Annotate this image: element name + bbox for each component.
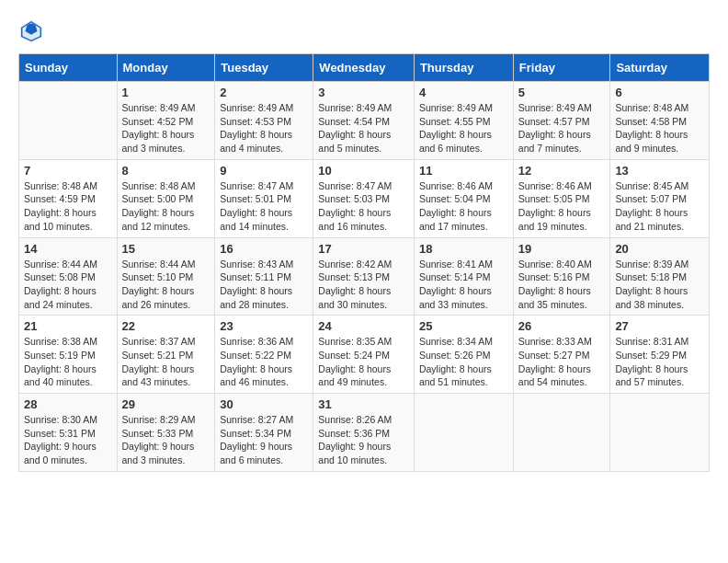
day-number: 18 [419,242,508,256]
day-number: 12 [518,164,606,178]
calendar-cell: 18Sunrise: 8:41 AM Sunset: 5:14 PM Dayli… [414,237,513,316]
day-info: Sunrise: 8:49 AM Sunset: 4:54 PM Dayligh… [318,101,409,155]
calendar-week-row: 14Sunrise: 8:44 AM Sunset: 5:08 PM Dayli… [19,237,710,316]
day-number: 11 [419,164,508,178]
day-info: Sunrise: 8:45 AM Sunset: 5:07 PM Dayligh… [615,179,704,234]
day-number: 26 [518,319,606,333]
calendar-cell: 14Sunrise: 8:44 AM Sunset: 5:08 PM Dayli… [19,237,118,316]
calendar-cell: 26Sunrise: 8:33 AM Sunset: 5:27 PM Dayli… [513,316,610,394]
calendar-cell: 20Sunrise: 8:39 AM Sunset: 5:18 PM Dayli… [610,237,710,316]
calendar-cell [513,394,610,472]
day-info: Sunrise: 8:38 AM Sunset: 5:19 PM Dayligh… [24,335,112,389]
calendar-week-row: 1Sunrise: 8:49 AM Sunset: 4:52 PM Daylig… [19,82,710,160]
day-number: 13 [615,164,704,178]
calendar-week-row: 21Sunrise: 8:38 AM Sunset: 5:19 PM Dayli… [19,316,710,394]
page-header [18,18,710,44]
day-number: 5 [518,86,606,99]
column-header-tuesday: Tuesday [215,54,313,82]
day-info: Sunrise: 8:33 AM Sunset: 5:27 PM Dayligh… [518,335,606,389]
day-info: Sunrise: 8:41 AM Sunset: 5:14 PM Dayligh… [419,258,508,312]
calendar-cell: 1Sunrise: 8:49 AM Sunset: 4:52 PM Daylig… [117,82,215,160]
day-info: Sunrise: 8:43 AM Sunset: 5:11 PM Dayligh… [220,258,308,312]
day-number: 8 [122,164,210,178]
day-info: Sunrise: 8:49 AM Sunset: 4:52 PM Dayligh… [122,101,210,155]
calendar-cell: 4Sunrise: 8:49 AM Sunset: 4:55 PM Daylig… [414,82,513,160]
calendar-cell: 17Sunrise: 8:42 AM Sunset: 5:13 PM Dayli… [313,237,415,316]
column-header-sunday: Sunday [19,54,118,82]
calendar-cell: 16Sunrise: 8:43 AM Sunset: 5:11 PM Dayli… [215,237,313,316]
day-info: Sunrise: 8:36 AM Sunset: 5:22 PM Dayligh… [220,335,308,389]
calendar-cell: 5Sunrise: 8:49 AM Sunset: 4:57 PM Daylig… [513,82,610,160]
day-number: 29 [122,397,210,411]
day-number: 3 [318,86,409,99]
column-header-saturday: Saturday [610,54,710,82]
logo [18,18,48,44]
day-number: 16 [220,242,308,256]
day-number: 9 [220,164,308,178]
calendar-table: SundayMondayTuesdayWednesdayThursdayFrid… [18,53,710,472]
column-header-friday: Friday [513,54,610,82]
day-info: Sunrise: 8:44 AM Sunset: 5:10 PM Dayligh… [122,258,210,312]
day-info: Sunrise: 8:48 AM Sunset: 4:58 PM Dayligh… [615,101,704,155]
calendar-cell: 25Sunrise: 8:34 AM Sunset: 5:26 PM Dayli… [414,316,513,394]
day-number: 10 [318,164,409,178]
day-info: Sunrise: 8:44 AM Sunset: 5:08 PM Dayligh… [24,258,112,312]
day-info: Sunrise: 8:29 AM Sunset: 5:33 PM Dayligh… [122,413,210,467]
day-number: 28 [24,397,112,411]
calendar-week-row: 7Sunrise: 8:48 AM Sunset: 4:59 PM Daylig… [19,159,710,237]
day-number: 6 [615,86,704,99]
calendar-cell [414,394,513,472]
calendar-cell: 23Sunrise: 8:36 AM Sunset: 5:22 PM Dayli… [215,316,313,394]
day-info: Sunrise: 8:27 AM Sunset: 5:34 PM Dayligh… [220,413,308,467]
calendar-header-row: SundayMondayTuesdayWednesdayThursdayFrid… [19,54,710,82]
calendar-cell: 19Sunrise: 8:40 AM Sunset: 5:16 PM Dayli… [513,237,610,316]
calendar-cell: 11Sunrise: 8:46 AM Sunset: 5:04 PM Dayli… [414,159,513,237]
day-number: 14 [24,242,112,256]
day-number: 22 [122,319,210,333]
calendar-week-row: 28Sunrise: 8:30 AM Sunset: 5:31 PM Dayli… [19,394,710,472]
day-info: Sunrise: 8:35 AM Sunset: 5:24 PM Dayligh… [318,335,409,389]
day-number: 17 [318,242,409,256]
calendar-cell: 28Sunrise: 8:30 AM Sunset: 5:31 PM Dayli… [19,394,118,472]
day-number: 23 [220,319,308,333]
day-info: Sunrise: 8:47 AM Sunset: 5:03 PM Dayligh… [318,179,409,234]
logo-icon [18,18,44,44]
day-info: Sunrise: 8:31 AM Sunset: 5:29 PM Dayligh… [615,335,704,389]
calendar-cell: 24Sunrise: 8:35 AM Sunset: 5:24 PM Dayli… [313,316,415,394]
column-header-wednesday: Wednesday [313,54,415,82]
day-info: Sunrise: 8:30 AM Sunset: 5:31 PM Dayligh… [24,413,112,467]
day-number: 15 [122,242,210,256]
day-info: Sunrise: 8:49 AM Sunset: 4:57 PM Dayligh… [518,101,606,155]
day-info: Sunrise: 8:40 AM Sunset: 5:16 PM Dayligh… [518,258,606,312]
calendar-cell [610,394,710,472]
day-info: Sunrise: 8:49 AM Sunset: 4:53 PM Dayligh… [220,101,308,155]
day-number: 25 [419,319,508,333]
calendar-cell: 29Sunrise: 8:29 AM Sunset: 5:33 PM Dayli… [117,394,215,472]
calendar-cell: 13Sunrise: 8:45 AM Sunset: 5:07 PM Dayli… [610,159,710,237]
day-info: Sunrise: 8:42 AM Sunset: 5:13 PM Dayligh… [318,258,409,312]
calendar-cell: 10Sunrise: 8:47 AM Sunset: 5:03 PM Dayli… [313,159,415,237]
calendar-cell: 30Sunrise: 8:27 AM Sunset: 5:34 PM Dayli… [215,394,313,472]
day-info: Sunrise: 8:26 AM Sunset: 5:36 PM Dayligh… [318,413,409,467]
calendar-cell: 7Sunrise: 8:48 AM Sunset: 4:59 PM Daylig… [19,159,118,237]
day-info: Sunrise: 8:46 AM Sunset: 5:04 PM Dayligh… [419,179,508,234]
column-header-thursday: Thursday [414,54,513,82]
day-number: 19 [518,242,606,256]
calendar-cell: 21Sunrise: 8:38 AM Sunset: 5:19 PM Dayli… [19,316,118,394]
day-info: Sunrise: 8:34 AM Sunset: 5:26 PM Dayligh… [419,335,508,389]
day-info: Sunrise: 8:48 AM Sunset: 5:00 PM Dayligh… [122,179,210,234]
day-number: 31 [318,397,409,411]
calendar-cell: 2Sunrise: 8:49 AM Sunset: 4:53 PM Daylig… [215,82,313,160]
calendar-cell: 15Sunrise: 8:44 AM Sunset: 5:10 PM Dayli… [117,237,215,316]
calendar-cell [19,82,118,160]
day-number: 7 [24,164,112,178]
day-number: 20 [615,242,704,256]
day-info: Sunrise: 8:46 AM Sunset: 5:05 PM Dayligh… [518,179,606,234]
calendar-cell: 3Sunrise: 8:49 AM Sunset: 4:54 PM Daylig… [313,82,415,160]
day-number: 2 [220,86,308,99]
calendar-cell: 22Sunrise: 8:37 AM Sunset: 5:21 PM Dayli… [117,316,215,394]
day-info: Sunrise: 8:37 AM Sunset: 5:21 PM Dayligh… [122,335,210,389]
day-number: 1 [122,86,210,99]
day-info: Sunrise: 8:48 AM Sunset: 4:59 PM Dayligh… [24,179,112,234]
day-number: 4 [419,86,508,99]
